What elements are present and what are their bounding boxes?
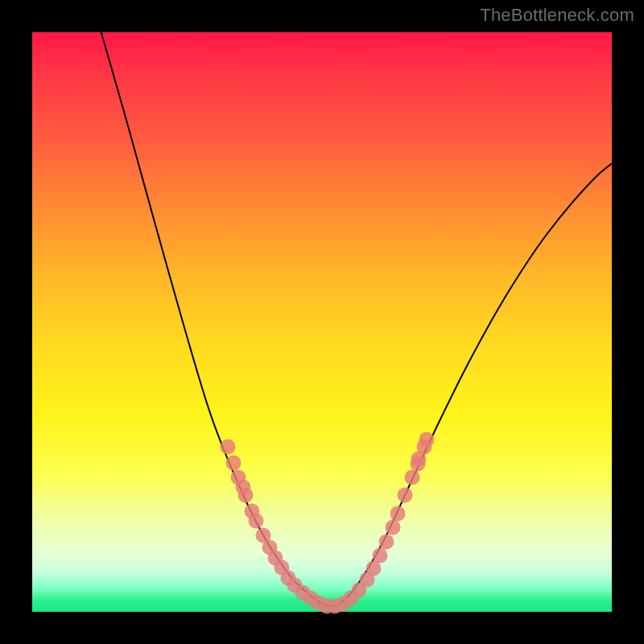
scatter-dots bbox=[221, 432, 435, 614]
data-point bbox=[379, 535, 394, 550]
data-point bbox=[411, 452, 427, 467]
plot-area bbox=[32, 32, 612, 612]
data-point bbox=[226, 456, 242, 471]
data-point bbox=[236, 480, 251, 495]
data-point bbox=[373, 548, 388, 564]
data-point bbox=[390, 506, 406, 522]
bottleneck-curve bbox=[97, 16, 628, 606]
data-point bbox=[249, 514, 264, 529]
chart-svg bbox=[32, 32, 612, 612]
data-point bbox=[419, 432, 435, 448]
watermark-text: TheBottleneck.com bbox=[480, 5, 634, 26]
data-point bbox=[386, 520, 401, 535]
data-point bbox=[398, 488, 413, 503]
chart-stage: TheBottleneck.com bbox=[0, 0, 644, 644]
data-point bbox=[221, 440, 236, 455]
data-point bbox=[405, 470, 420, 485]
